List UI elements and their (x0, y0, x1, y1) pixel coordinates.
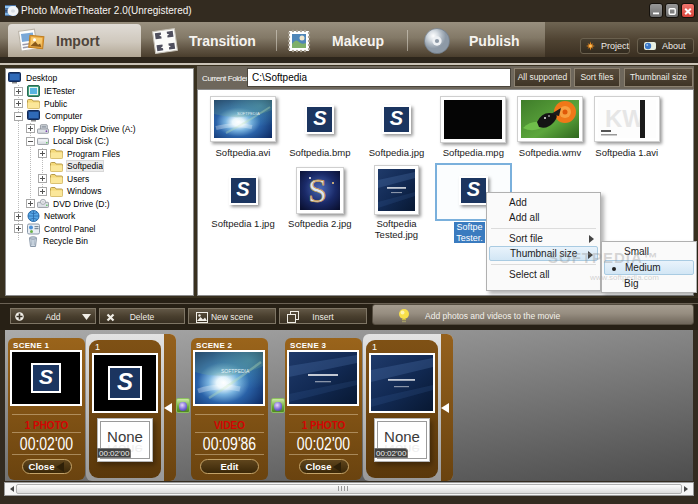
svg-text:SOFTPEDIA: SOFTPEDIA (221, 368, 250, 374)
svg-text:SOFTPEDIA: SOFTPEDIA (237, 111, 260, 116)
svg-text:KW: KW (605, 105, 645, 132)
